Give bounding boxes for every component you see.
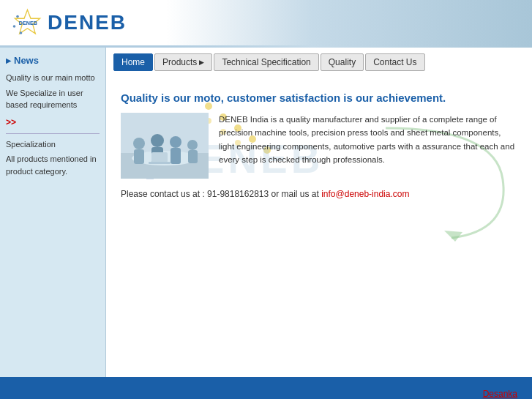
nav-techspec-button[interactable]: Technical Specification <box>214 53 318 71</box>
sidebar-sub-item-2: All products mentioned in product catego… <box>6 153 100 177</box>
logo-icon: DENEB <box>11 7 44 40</box>
sidebar-news-item-2: We Specialize in user based requirements <box>6 87 100 111</box>
nav-products-button[interactable]: Products ▶ <box>154 53 212 71</box>
svg-marker-17 <box>444 231 462 242</box>
logo-area: DENEB DENEB <box>11 7 127 40</box>
sidebar-more-link[interactable]: >> <box>6 117 100 127</box>
sidebar-divider <box>6 133 100 134</box>
svg-point-27 <box>187 140 198 150</box>
header-stripe <box>166 0 532 48</box>
main-body-text: DENEB India is a quality manufacturer an… <box>219 113 517 179</box>
svg-point-21 <box>133 138 145 149</box>
sidebar-news-title: News <box>6 55 100 66</box>
svg-point-1 <box>16 15 19 18</box>
contact-line: Please contact us at : 91-9818162813 or … <box>121 189 517 199</box>
navbar: Home Products ▶ Technical Specification … <box>106 48 532 77</box>
nav-quality-button[interactable]: Quality <box>321 53 364 71</box>
contact-email-link[interactable]: info@deneb-india.com <box>321 189 409 199</box>
meeting-image <box>121 113 209 179</box>
nav-home-button[interactable]: Home <box>113 53 153 71</box>
sidebar-news-item-1: Quality is our main motto <box>6 72 100 84</box>
svg-rect-26 <box>171 148 181 164</box>
svg-rect-29 <box>151 152 168 163</box>
footer: Desanka <box>0 377 532 399</box>
contact-text: Please contact us at : 91-9818162813 or … <box>121 189 319 199</box>
svg-rect-28 <box>188 150 198 163</box>
svg-rect-22 <box>134 149 144 164</box>
svg-point-3 <box>20 31 23 34</box>
header: DENEB DENEB <box>0 0 532 48</box>
products-arrow-icon: ▶ <box>199 59 204 66</box>
svg-rect-30 <box>149 162 171 164</box>
main-headline: Quality is our moto, customer satisfacti… <box>121 92 517 104</box>
sidebar: News Quality is our main motto We Specia… <box>0 48 106 377</box>
main-layout: News Quality is our main motto We Specia… <box>0 48 532 377</box>
logo-text: DENEB <box>48 11 127 34</box>
content-row: DENEB India is a quality manufacturer an… <box>121 113 517 179</box>
footer-link[interactable]: Desanka <box>483 389 517 399</box>
svg-point-25 <box>170 136 181 148</box>
main-content: Quality is our moto, customer satisfacti… <box>106 84 532 206</box>
nav-contact-button[interactable]: Contact Us <box>365 53 424 71</box>
content-image <box>121 113 209 179</box>
svg-point-23 <box>151 134 164 147</box>
svg-point-2 <box>13 25 16 28</box>
content-area: Home Products ▶ Technical Specification … <box>106 48 532 377</box>
svg-text:DENEB: DENEB <box>19 20 37 26</box>
sidebar-sub-item-1: Specialization <box>6 138 100 151</box>
